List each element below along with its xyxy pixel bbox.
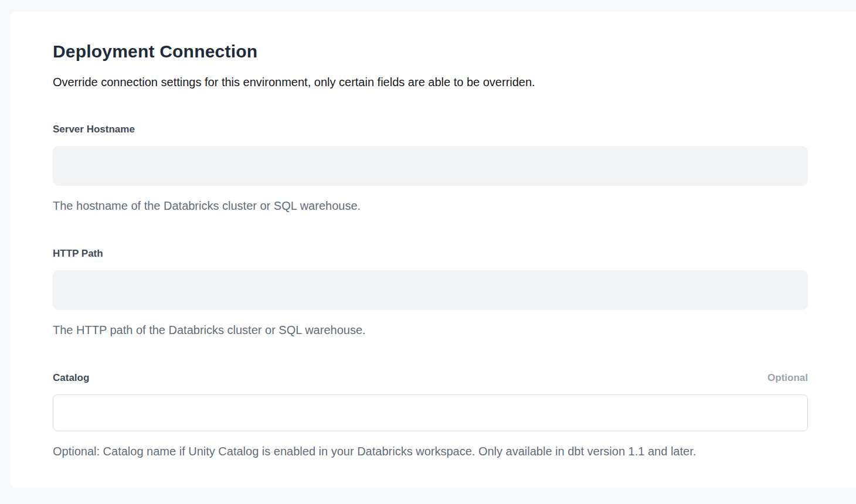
page-title: Deployment Connection (53, 41, 808, 62)
catalog-input[interactable] (53, 394, 808, 431)
http-path-field: HTTP Path The HTTP path of the Databrick… (53, 248, 808, 338)
server-hostname-field: Server Hostname The hostname of the Data… (53, 124, 808, 213)
catalog-label-row: Catalog Optional (53, 372, 808, 384)
deployment-connection-section: Deployment Connection Override connectio… (53, 12, 808, 459)
settings-card: Deployment Connection Override connectio… (11, 12, 856, 488)
catalog-label: Catalog (53, 372, 89, 384)
catalog-optional-badge: Optional (767, 372, 808, 384)
server-hostname-help: The hostname of the Databricks cluster o… (53, 199, 808, 213)
http-path-input (53, 270, 808, 310)
catalog-help: Optional: Catalog name if Unity Catalog … (53, 444, 808, 459)
catalog-field: Catalog Optional Optional: Catalog name … (53, 372, 808, 459)
server-hostname-label: Server Hostname (53, 124, 135, 135)
http-path-label-row: HTTP Path (53, 248, 808, 260)
server-hostname-input (53, 146, 808, 186)
http-path-help: The HTTP path of the Databricks cluster … (53, 323, 808, 338)
server-hostname-label-row: Server Hostname (53, 124, 808, 135)
http-path-label: HTTP Path (53, 248, 103, 260)
page-subtitle: Override connection settings for this en… (53, 75, 808, 90)
